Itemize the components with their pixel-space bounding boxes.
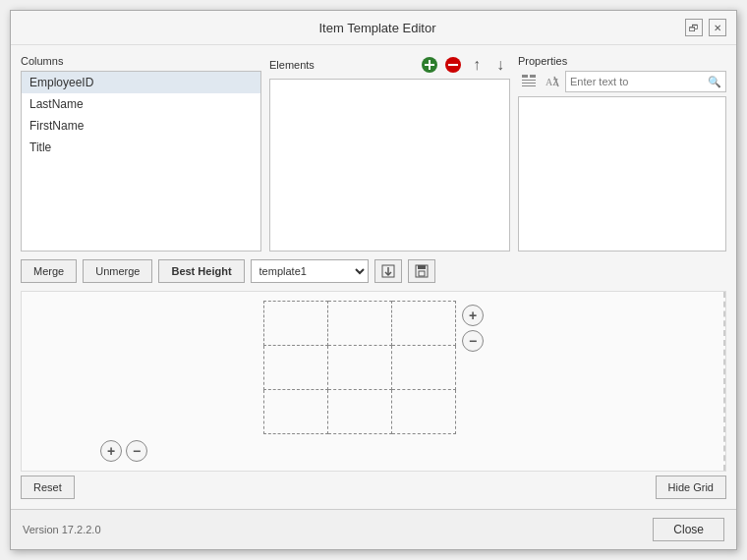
- toolbar-row: Merge Unmerge Best Height template1 temp…: [21, 259, 726, 283]
- grid-table-wrapper: + −: [263, 301, 484, 434]
- grid-cell[interactable]: [392, 346, 456, 390]
- save-button[interactable]: [408, 259, 435, 283]
- title-bar: Item Template Editor 🗗 ✕: [11, 11, 736, 45]
- unmerge-button[interactable]: Unmerge: [83, 259, 152, 283]
- remove-element-button[interactable]: [443, 55, 463, 75]
- grid-cell[interactable]: [392, 302, 456, 346]
- grid-cell[interactable]: [264, 390, 328, 434]
- grid-row: [264, 302, 456, 346]
- svg-rect-6: [530, 75, 536, 78]
- columns-panel: Columns EmployeeID LastName FirstName Ti…: [21, 55, 261, 252]
- top-panels: Columns EmployeeID LastName FirstName Ti…: [21, 55, 726, 252]
- row-controls: + −: [100, 440, 147, 462]
- grid-row: [264, 390, 456, 434]
- properties-panel: Properties AZ: [518, 55, 726, 252]
- properties-label: Properties: [518, 55, 726, 67]
- move-up-button[interactable]: ↑: [467, 55, 487, 75]
- merge-button[interactable]: Merge: [21, 259, 77, 283]
- right-divider: [723, 292, 725, 471]
- dashed-grid: [263, 301, 456, 434]
- bottom-toolbar: Reset Hide Grid: [21, 476, 726, 499]
- template-select[interactable]: template1 template2 template3: [251, 259, 369, 283]
- close-title-button[interactable]: ✕: [709, 19, 726, 36]
- svg-rect-5: [522, 75, 528, 78]
- columns-label: Columns: [21, 55, 261, 67]
- svg-rect-7: [522, 80, 536, 81]
- svg-rect-15: [418, 265, 426, 269]
- column-item-title[interactable]: Title: [22, 137, 260, 158]
- move-down-button[interactable]: ↓: [490, 55, 510, 75]
- elements-header: Elements ↑: [269, 55, 510, 75]
- alphabetical-view-button[interactable]: AZ: [542, 71, 563, 92]
- grid-cell[interactable]: [328, 390, 392, 434]
- grid-row: [264, 346, 456, 390]
- reset-button[interactable]: Reset: [21, 476, 75, 499]
- window-title: Item Template Editor: [70, 21, 685, 35]
- elements-list[interactable]: [269, 79, 510, 252]
- content-area: Columns EmployeeID LastName FirstName Ti…: [11, 45, 736, 509]
- search-icon: 🔍: [708, 76, 721, 88]
- remove-row-button[interactable]: −: [126, 440, 147, 462]
- best-height-button[interactable]: Best Height: [158, 259, 244, 283]
- grid-cell[interactable]: [328, 302, 392, 346]
- search-input[interactable]: [570, 76, 706, 87]
- close-button[interactable]: Close: [653, 518, 724, 541]
- footer: Version 17.2.2.0 Close: [11, 509, 736, 549]
- hide-grid-button[interactable]: Hide Grid: [656, 476, 726, 499]
- elements-panel: Elements ↑: [269, 55, 510, 252]
- svg-rect-8: [522, 83, 536, 84]
- grid-cell[interactable]: [264, 346, 328, 390]
- load-button[interactable]: [374, 259, 402, 283]
- add-column-button[interactable]: +: [462, 305, 484, 326]
- add-element-button[interactable]: [420, 55, 439, 75]
- column-item-lastname[interactable]: LastName: [22, 93, 260, 115]
- categorized-view-button[interactable]: [518, 71, 540, 92]
- version-text: Version 17.2.2.0: [23, 524, 101, 535]
- grid-cell[interactable]: [392, 390, 456, 434]
- properties-content: [518, 96, 726, 252]
- column-item-firstname[interactable]: FirstName: [22, 115, 260, 137]
- grid-container: + − + −: [22, 292, 725, 471]
- grid-cell[interactable]: [328, 346, 392, 390]
- grid-area: + − + −: [21, 291, 726, 472]
- columns-list[interactable]: EmployeeID LastName FirstName Title: [21, 71, 261, 252]
- search-box[interactable]: 🔍: [565, 71, 726, 92]
- restore-button[interactable]: 🗗: [685, 19, 703, 36]
- title-bar-controls: 🗗 ✕: [685, 19, 726, 36]
- properties-header: Properties: [518, 55, 726, 67]
- grid-cell[interactable]: [264, 302, 328, 346]
- elements-label: Elements: [269, 59, 416, 71]
- column-item-employeeid[interactable]: EmployeeID: [22, 72, 260, 93]
- column-controls: + −: [462, 305, 484, 352]
- add-row-button[interactable]: +: [100, 440, 122, 462]
- remove-column-button[interactable]: −: [462, 330, 484, 352]
- svg-rect-16: [419, 271, 425, 276]
- main-window: Item Template Editor 🗗 ✕ Columns Employe…: [10, 10, 737, 550]
- svg-rect-9: [522, 85, 536, 86]
